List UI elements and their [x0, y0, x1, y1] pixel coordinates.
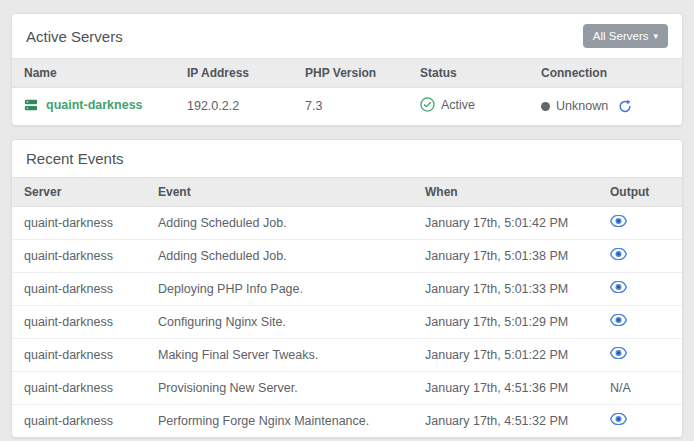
server-row: quaint-darkness 192.0.2.2 7.3 Active [12, 88, 682, 125]
eye-icon [610, 413, 627, 425]
event-row: quaint-darkness Performing Forge Nginx M… [12, 404, 682, 437]
column-header-output: Output [610, 177, 682, 206]
recent-events-header: Recent Events [12, 140, 682, 177]
view-output-button[interactable] [610, 347, 627, 359]
event-server: quaint-darkness [12, 239, 158, 272]
refresh-connection-button[interactable] [618, 99, 632, 114]
servers-table-header-row: Name IP Address PHP Version Status Conne… [12, 59, 682, 88]
eye-icon [610, 215, 627, 227]
eye-icon [610, 281, 627, 293]
event-timestamp: January 17th, 5:01:29 PM [425, 305, 610, 338]
chevron-down-icon: ▾ [653, 32, 658, 41]
event-description: Adding Scheduled Job. [158, 239, 425, 272]
server-status-label: Active [441, 98, 475, 112]
event-timestamp: January 17th, 5:01:42 PM [425, 206, 610, 239]
column-header-server: Server [12, 177, 158, 206]
column-header-when: When [425, 177, 610, 206]
recent-events-panel: Recent Events Server Event When Output q… [11, 139, 683, 439]
server-icon [24, 98, 38, 112]
view-output-button[interactable] [610, 248, 627, 260]
all-servers-filter-button[interactable]: All Servers ▾ [583, 24, 668, 48]
event-description: Provisioning New Server. [158, 371, 425, 404]
panel-title-recent-events: Recent Events [26, 150, 124, 167]
column-header-connection: Connection [541, 59, 682, 88]
event-server: quaint-darkness [12, 206, 158, 239]
event-row: quaint-darkness Making Final Server Twea… [12, 338, 682, 371]
event-timestamp: January 17th, 4:51:36 PM [425, 371, 610, 404]
refresh-icon [618, 99, 632, 114]
view-output-button[interactable] [610, 413, 627, 425]
view-output-button[interactable] [610, 281, 627, 293]
view-output-button[interactable] [610, 215, 627, 227]
active-servers-header: Active Servers All Servers ▾ [12, 14, 682, 58]
panel-title-active-servers: Active Servers [26, 28, 123, 45]
eye-icon [610, 347, 627, 359]
event-server: quaint-darkness [12, 371, 158, 404]
events-table-header-row: Server Event When Output [12, 177, 682, 206]
server-name-link[interactable]: quaint-darkness [46, 98, 143, 112]
column-header-ip-address: IP Address [187, 59, 305, 88]
event-server: quaint-darkness [12, 404, 158, 437]
column-header-php-version: PHP Version [305, 59, 420, 88]
server-ip-address: 192.0.2.2 [187, 88, 305, 125]
events-table-body: quaint-darkness Adding Scheduled Job. Ja… [12, 206, 682, 437]
event-timestamp: January 17th, 5:01:33 PM [425, 272, 610, 305]
event-description: Configuring Nginx Site. [158, 305, 425, 338]
event-description: Making Final Server Tweaks. [158, 338, 425, 371]
event-timestamp: January 17th, 5:01:22 PM [425, 338, 610, 371]
eye-icon [610, 248, 627, 260]
connection-status-dot [541, 102, 550, 111]
event-row: quaint-darkness Configuring Nginx Site. … [12, 305, 682, 338]
column-header-status: Status [420, 59, 541, 88]
recent-events-table: Server Event When Output quaint-darkness… [12, 177, 682, 438]
check-circle-icon [420, 97, 435, 112]
connection-status-label: Unknown [556, 99, 608, 113]
event-row: quaint-darkness Adding Scheduled Job. Ja… [12, 239, 682, 272]
event-timestamp: January 17th, 4:51:32 PM [425, 404, 610, 437]
all-servers-filter-label: All Servers [593, 30, 649, 42]
column-header-event: Event [158, 177, 425, 206]
event-server: quaint-darkness [12, 272, 158, 305]
column-header-name: Name [12, 59, 187, 88]
event-server: quaint-darkness [12, 338, 158, 371]
event-output-na: N/A [610, 371, 682, 404]
event-description: Performing Forge Nginx Maintenance. [158, 404, 425, 437]
eye-icon [610, 314, 627, 326]
event-row: quaint-darkness Deploying PHP Info Page.… [12, 272, 682, 305]
event-server: quaint-darkness [12, 305, 158, 338]
event-row: quaint-darkness Provisioning New Server.… [12, 371, 682, 404]
event-description: Deploying PHP Info Page. [158, 272, 425, 305]
event-timestamp: January 17th, 5:01:38 PM [425, 239, 610, 272]
event-row: quaint-darkness Adding Scheduled Job. Ja… [12, 206, 682, 239]
event-description: Adding Scheduled Job. [158, 206, 425, 239]
active-servers-panel: Active Servers All Servers ▾ Name IP Add… [11, 13, 683, 126]
server-php-version: 7.3 [305, 88, 420, 125]
view-output-button[interactable] [610, 314, 627, 326]
active-servers-table: Name IP Address PHP Version Status Conne… [12, 58, 682, 125]
